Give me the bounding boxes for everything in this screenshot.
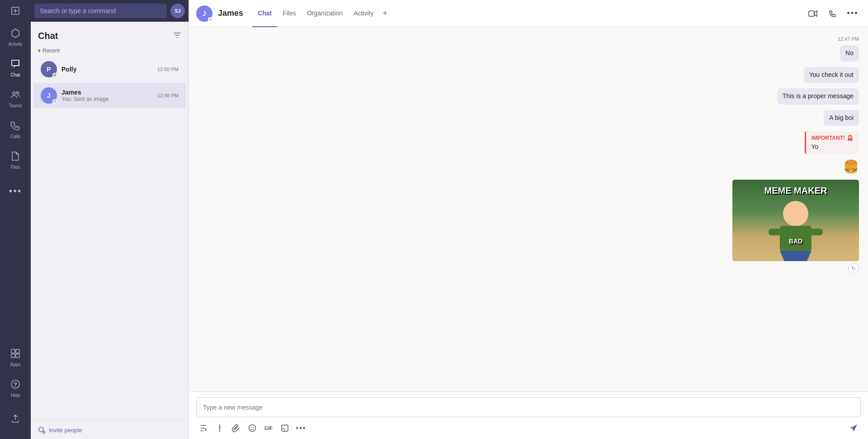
message-group: A big boi [824,110,859,126]
gif-button[interactable]: GIF [261,421,276,435]
contact-name: James [61,89,153,96]
audio-call-button[interactable] [825,5,841,22]
sidebar-item-chat[interactable]: Chat [0,52,31,83]
message-input-area: GIF ••• [189,391,868,439]
important-message: IMPORTANT! 🚨 Yo [805,131,859,154]
contact-name: Polly [61,66,153,73]
chat-tabs: Chat Files Organization Activity + [252,0,391,27]
invite-button[interactable]: Invite people [38,426,82,434]
attach-button[interactable] [229,421,243,435]
invite-label: Invite people [49,427,82,434]
chat-preview: You: Sent an image [61,96,153,102]
message-row: A big boi [198,110,859,126]
calls-icon [10,120,20,133]
svg-rect-15 [810,229,823,235]
avatar: J [41,87,57,104]
list-item[interactable]: P Polly 12:50 PM [33,57,186,82]
sidebar-item-teams[interactable]: Teams [0,83,31,114]
sidebar-item-calls[interactable]: Calls [0,114,31,145]
activity-icon [10,28,20,40]
svg-rect-3 [11,349,15,353]
nav-bar: Activity Chat Teams Cal [0,0,31,439]
svg-rect-6 [16,354,19,358]
add-tab-button[interactable]: + [379,0,391,27]
sidebar-header: Chat [31,22,189,46]
list-item[interactable]: J James You: Sent an image 12:48 PM [33,83,186,108]
status-indicator [52,99,57,104]
compose-icon[interactable] [0,0,31,22]
upload-icon [10,413,20,425]
sidebar-item-settings[interactable] [0,404,31,434]
svg-rect-4 [16,349,19,353]
more-icon: ••• [9,185,22,197]
message-group: 🍔 [843,159,859,174]
message-input[interactable] [196,397,861,417]
message-toolbar: GIF ••• [196,421,861,435]
help-label: Help [11,393,20,398]
messages-area: 12:47 PM No You check it out This is a p… [189,27,868,391]
teams-label: Teams [9,103,22,108]
emoji-button[interactable] [245,421,259,435]
avatar: P [41,61,57,77]
sidebar-item-activity[interactable]: Activity [0,22,31,52]
svg-rect-20 [282,425,288,431]
emoji-message: 🍔 [843,159,859,174]
svg-point-19 [253,427,254,428]
svg-text:?: ? [14,381,17,388]
contact-status [208,17,212,22]
svg-point-16 [205,428,206,429]
message-row: You check it out [198,67,859,83]
message-time: 12:47 PM [838,36,859,42]
sidebar-bottom: Invite people [31,420,189,439]
important-label: IMPORTANT! 🚨 [811,135,854,141]
activity-label: Activity [8,42,23,47]
apps-icon [10,348,20,361]
message-row: MEME MAKER BAD ↻ [198,180,859,274]
chat-label: Chat [10,72,20,77]
search-bar[interactable]: Search or type a command [40,7,116,14]
message-group: IMPORTANT! 🚨 Yo [805,131,859,154]
chat-header: J James Chat Files Organization Activity… [189,0,868,27]
sticker-button[interactable] [278,421,292,435]
files-icon [10,151,20,163]
tab-activity[interactable]: Activity [348,0,379,27]
main-content: J James Chat Files Organization Activity… [189,0,868,439]
tab-organization[interactable]: Organization [302,0,348,27]
video-call-button[interactable] [805,5,821,22]
sidebar-item-more[interactable]: ••• [0,176,31,206]
message-group: You check it out [804,67,859,83]
message-status-icon[interactable]: ↻ [848,263,859,274]
send-button[interactable] [846,421,861,435]
sidebar-title: Chat [38,31,58,41]
files-label: Files [10,165,20,170]
svg-rect-11 [809,11,814,16]
chat-contact-avatar: J [196,5,212,22]
message-bubble: This is a proper message [777,88,859,105]
sidebar-item-help[interactable]: ? Help [0,373,31,404]
svg-point-18 [251,427,252,428]
teams-icon [10,90,20,102]
more-actions-button[interactable]: ••• [844,5,861,22]
tab-files[interactable]: Files [277,0,302,27]
tab-chat[interactable]: Chat [252,0,277,27]
help-icon: ? [10,379,20,391]
apps-label: Apps [10,362,21,367]
svg-point-12 [783,201,808,226]
priority-button[interactable] [212,421,227,435]
meme-top-text: MEME MAKER [764,185,827,196]
sidebar-item-apps[interactable]: Apps [0,342,31,373]
filter-button[interactable] [173,31,181,41]
recent-label: ▾ Recent [31,46,189,56]
sidebar: Search or type a command SJ Chat ▾ Recen… [31,0,189,439]
chat-time: 12:50 PM [157,67,179,72]
user-avatar[interactable]: SJ [170,4,185,18]
sidebar-item-files[interactable]: Files [0,145,31,176]
message-row: 🍔 [198,159,859,174]
chat-list: P Polly 12:50 PM J James You: Sent an im… [31,56,189,420]
important-text: Yo [811,143,854,150]
format-text-button[interactable] [196,421,211,435]
meme-bottom-text: BAD [789,238,802,245]
more-toolbar-button[interactable]: ••• [294,421,308,435]
chat-header-actions: ••• [805,5,861,22]
svg-point-2 [17,91,19,94]
